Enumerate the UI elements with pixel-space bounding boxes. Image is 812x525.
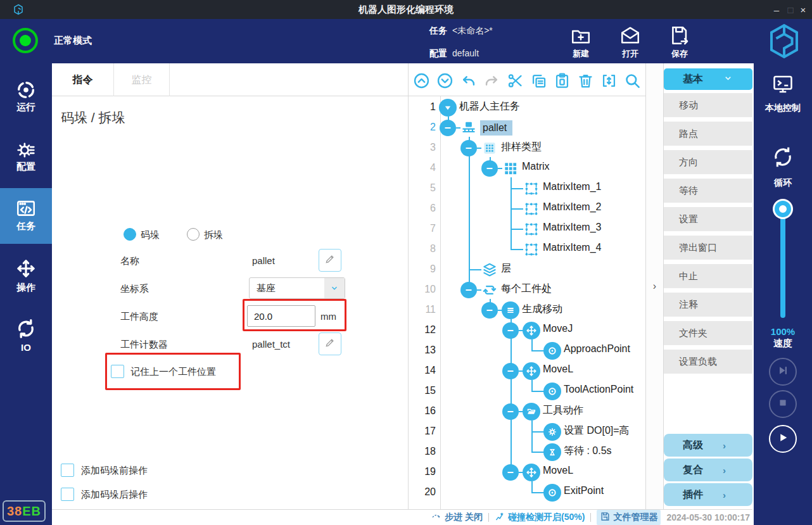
command-item-1[interactable]: 移动 bbox=[664, 93, 752, 117]
command-item-6[interactable]: 弹出窗口 bbox=[664, 236, 752, 260]
tree-node-label[interactable]: 设置 DO[0]=高 bbox=[564, 424, 630, 438]
depalletize-radio[interactable] bbox=[187, 228, 200, 241]
tree-collapse-button[interactable] bbox=[460, 140, 477, 156]
tree-collapse-button[interactable] bbox=[440, 120, 456, 136]
sidebar-item-label: 运行 bbox=[0, 101, 52, 113]
title-bar: 机器人图形化编程环境 – □ × bbox=[0, 0, 812, 19]
collision-status[interactable]: 碰撞检测开启(50%) bbox=[495, 511, 585, 524]
file-manager-button[interactable]: 文件管理器 bbox=[597, 510, 661, 525]
tree-collapse-button[interactable] bbox=[502, 322, 519, 339]
speed-slider-track[interactable] bbox=[780, 208, 785, 318]
tree-collapse-button[interactable] bbox=[460, 282, 477, 298]
play-button[interactable] bbox=[769, 425, 797, 453]
tree-node-label[interactable]: MatrixItem_3 bbox=[543, 222, 601, 233]
tree-connector-line bbox=[511, 249, 523, 250]
tree-node-label[interactable]: MoveL bbox=[543, 465, 573, 476]
tree-node-label[interactable]: 每个工件处 bbox=[501, 282, 552, 296]
frame-dropdown-value: 基座 bbox=[250, 282, 324, 294]
tree-node-label[interactable]: MatrixItem_2 bbox=[543, 201, 601, 213]
category-advanced-button[interactable]: 高级› bbox=[664, 434, 752, 457]
tree-node-label[interactable]: pallet bbox=[480, 120, 512, 136]
tree-collapse-button[interactable] bbox=[502, 363, 519, 379]
tree-collapse-button[interactable] bbox=[502, 464, 519, 481]
pre-palletize-checkbox[interactable] bbox=[61, 464, 74, 477]
tree-collapse-button[interactable] bbox=[481, 302, 498, 319]
step-mode-status[interactable]: 步进 关闭 bbox=[431, 511, 483, 524]
close-button[interactable]: × bbox=[794, 0, 812, 19]
play-icon bbox=[777, 431, 789, 446]
sidebar-item-label: 配置 bbox=[0, 161, 52, 173]
sidebar-item-config[interactable]: 配置 bbox=[0, 139, 52, 175]
search-icon[interactable] bbox=[624, 72, 641, 89]
copy-icon[interactable] bbox=[530, 72, 547, 89]
tree-node-label[interactable]: MoveJ bbox=[543, 323, 573, 334]
expand-all-icon[interactable] bbox=[436, 72, 454, 89]
tree-connector-line bbox=[477, 289, 481, 291]
tree-connector-line bbox=[511, 188, 523, 189]
tree-node-label[interactable]: 层 bbox=[501, 262, 511, 275]
tree-collapse-button[interactable] bbox=[502, 403, 519, 420]
tree-node-label[interactable]: 工具动作 bbox=[543, 404, 583, 417]
frame-dropdown[interactable]: 基座 bbox=[249, 277, 345, 299]
speed-slider-thumb[interactable] bbox=[775, 201, 791, 217]
tree-connector-line bbox=[511, 319, 512, 472]
collision-text: 碰撞检测开启(50%) bbox=[508, 512, 585, 523]
insert-icon[interactable] bbox=[600, 72, 618, 89]
sidebar-item-io[interactable]: IO bbox=[0, 318, 52, 356]
name-edit-button[interactable] bbox=[319, 249, 341, 272]
tree-node-label[interactable]: Matrix bbox=[522, 161, 550, 172]
post-palletize-checkbox[interactable] bbox=[61, 488, 74, 501]
stop-button[interactable] bbox=[769, 390, 797, 418]
palletize-radio[interactable] bbox=[124, 228, 136, 241]
command-item-8[interactable]: 注释 bbox=[664, 293, 752, 317]
sidebar-item-run[interactable]: 运行 bbox=[0, 79, 52, 115]
tree-node-label[interactable]: 机器人主任务 bbox=[459, 100, 520, 113]
tree-node-label[interactable]: MatrixItem_4 bbox=[543, 242, 601, 253]
tree-node-label[interactable]: ApproachPoint bbox=[564, 343, 630, 355]
tab-monitor[interactable]: 监控 bbox=[114, 63, 170, 96]
collapse-all-icon[interactable] bbox=[413, 72, 430, 89]
delete-icon[interactable] bbox=[577, 72, 594, 89]
tree-node-label[interactable]: ExitPoint bbox=[564, 485, 604, 497]
save-task-button[interactable]: 保存 bbox=[657, 25, 702, 60]
tree-node-label[interactable]: MatrixItem_1 bbox=[543, 181, 601, 193]
local-control-icon[interactable] bbox=[771, 73, 794, 96]
point-icon bbox=[543, 342, 561, 360]
category-plugin-button[interactable]: 插件› bbox=[664, 483, 752, 506]
command-item-9[interactable]: 文件夹 bbox=[664, 321, 752, 345]
badge-orange-text: 38 bbox=[7, 504, 22, 519]
cut-icon[interactable] bbox=[507, 72, 524, 89]
new-task-button[interactable]: 新建 bbox=[559, 25, 603, 60]
tree-node-label[interactable]: 等待 : 0.5s bbox=[564, 445, 612, 458]
tree-node-label[interactable]: 排样类型 bbox=[501, 141, 542, 154]
sidebar-item-task[interactable]: 任务 bbox=[0, 198, 52, 234]
category-composite-button[interactable]: 复合› bbox=[664, 459, 752, 481]
tree-node-label[interactable]: MoveL bbox=[543, 364, 573, 375]
command-item-2[interactable]: 路点 bbox=[664, 122, 752, 146]
step-forward-button[interactable] bbox=[769, 358, 797, 386]
paste-icon[interactable] bbox=[554, 72, 571, 89]
name-field-value: pallet bbox=[252, 255, 275, 266]
command-item-5[interactable]: 设置 bbox=[664, 207, 752, 231]
open-task-button[interactable]: 打开 bbox=[608, 25, 652, 60]
tab-instruction[interactable]: 指令 bbox=[52, 63, 114, 96]
command-item-4[interactable]: 等待 bbox=[664, 179, 752, 203]
tree-line-number: 12 bbox=[414, 324, 436, 336]
command-item-10[interactable]: 设置负载 bbox=[664, 350, 752, 374]
sidebar-item-jog[interactable]: 操作 bbox=[0, 258, 52, 296]
tree-node-label[interactable]: ToolActionPoint bbox=[564, 384, 633, 395]
tree-node-label[interactable]: 生成移动 bbox=[522, 303, 562, 316]
loop-icon[interactable] bbox=[770, 144, 796, 170]
command-item-7[interactable]: 中止 bbox=[664, 264, 752, 288]
tree-line-number: 8 bbox=[414, 243, 436, 255]
panel-collapse-handle[interactable]: › bbox=[646, 63, 664, 509]
tree-collapse-button[interactable] bbox=[481, 160, 498, 177]
mode-label: 正常模式 bbox=[54, 35, 92, 47]
undo-icon[interactable] bbox=[460, 72, 477, 89]
command-item-3[interactable]: 方向 bbox=[664, 150, 752, 174]
tree-connector-line bbox=[531, 431, 544, 433]
counter-edit-button[interactable] bbox=[319, 332, 341, 355]
point-icon bbox=[543, 484, 561, 502]
category-basic-header[interactable]: 基本 bbox=[664, 68, 752, 90]
window-title: 机器人图形化编程环境 bbox=[0, 0, 812, 19]
